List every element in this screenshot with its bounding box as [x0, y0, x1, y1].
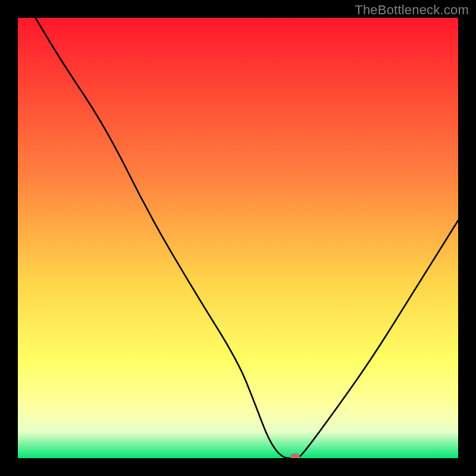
watermark-text: TheBottleneck.com — [355, 2, 469, 18]
gradient-background — [18, 18, 458, 458]
bottleneck-chart — [18, 18, 458, 458]
chart-frame: TheBottleneck.com — [0, 0, 476, 476]
optimum-marker — [290, 454, 300, 458]
